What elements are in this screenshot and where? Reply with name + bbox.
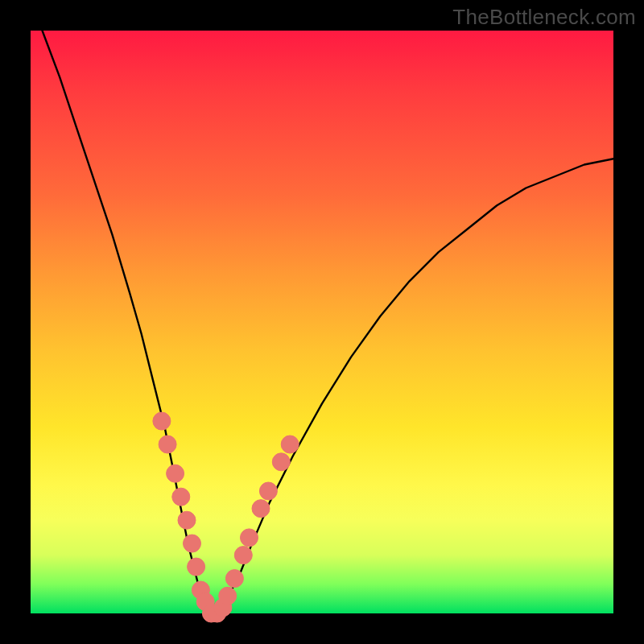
curve-marker [172,488,190,506]
curve-marker [281,436,299,453]
curve-marker [225,570,243,588]
curve-marker [188,558,205,576]
curve-marker [219,587,237,605]
watermark-text: TheBottleneck.com [452,5,636,30]
chart-svg [31,31,613,613]
curve-marker [167,464,184,482]
curve-marker [178,511,196,529]
curve-marker [272,453,290,471]
curve-marker [153,412,171,430]
curve-marker [252,500,270,518]
bottleneck-curve [43,31,614,613]
chart-frame: TheBottleneck.com [0,0,644,644]
curve-markers [153,412,299,622]
curve-marker [234,547,252,564]
curve-marker [241,529,258,547]
curve-marker [159,436,176,453]
curve-marker [184,535,201,552]
plot-area [31,31,613,613]
curve-marker [259,482,277,500]
